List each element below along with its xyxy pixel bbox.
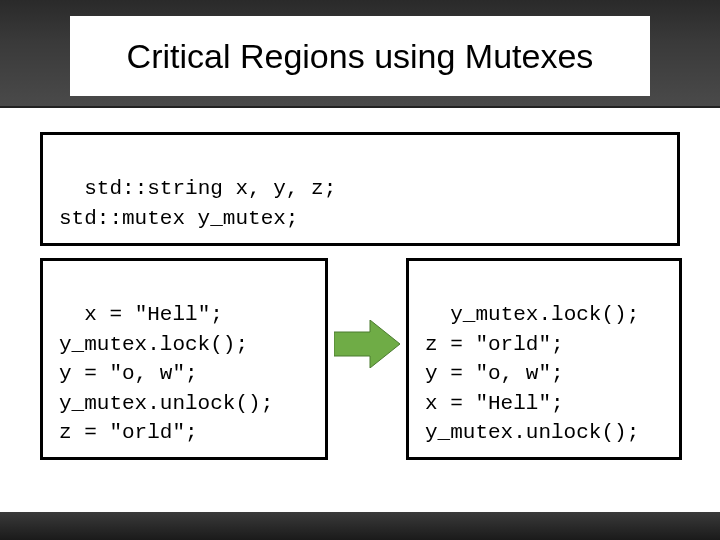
declarations-box: std::string x, y, z; std::mutex y_mutex; <box>40 132 680 246</box>
arrow-icon <box>334 320 400 368</box>
right-code-box: y_mutex.lock(); z = "orld"; y = "o, w"; … <box>406 258 682 460</box>
right-code: y_mutex.lock(); z = "orld"; y = "o, w"; … <box>425 303 639 444</box>
left-code-box: x = "Hell"; y_mutex.lock(); y = "o, w"; … <box>40 258 328 460</box>
left-code: x = "Hell"; y_mutex.lock(); y = "o, w"; … <box>59 303 273 444</box>
slide-title: Critical Regions using Mutexes <box>70 16 650 96</box>
arrow-shape <box>334 320 400 368</box>
title-text: Critical Regions using Mutexes <box>127 37 594 76</box>
footer-band <box>0 512 720 540</box>
declarations-code: std::string x, y, z; std::mutex y_mutex; <box>59 177 336 229</box>
